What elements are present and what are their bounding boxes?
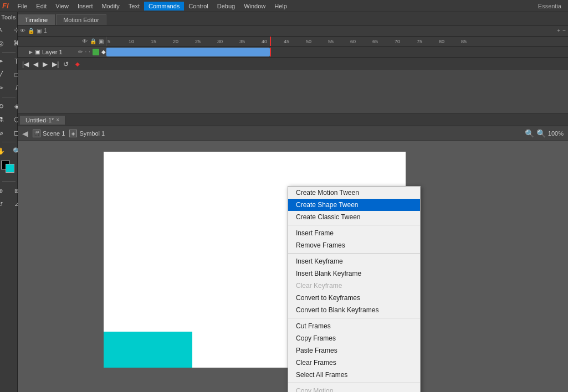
- ctx-separator-3: [288, 318, 420, 318]
- add-keyframe-icon[interactable]: ◆: [75, 61, 80, 67]
- snap-icon[interactable]: ⊕: [0, 184, 8, 197]
- ctx-create-shape-tween[interactable]: Create Shape Tween: [288, 199, 420, 211]
- layer-frames[interactable]: [106, 47, 568, 57]
- step-back-btn[interactable]: ◀: [33, 60, 38, 68]
- context-menu: Create Motion Tween Create Shape Tween C…: [288, 186, 421, 392]
- ctx-clear-keyframe[interactable]: Clear Keyframe: [288, 280, 420, 292]
- ctx-convert-to-keyframes[interactable]: Convert to Keyframes: [288, 292, 420, 304]
- scene-bar: ◀ 🎬 Scene 1 ◈ Symbol 1 🔍 🔍 100%: [18, 126, 568, 141]
- tab-motion-editor[interactable]: Motion Editor: [56, 14, 106, 25]
- tl-add-layer-icon[interactable]: +: [557, 28, 560, 34]
- layer-color-icon: [93, 49, 99, 55]
- menu-help[interactable]: Help: [270, 2, 291, 11]
- extra-tool-1[interactable]: ↺: [0, 198, 8, 210]
- timeline-bottom-controls: |◀ ◀ ▶ ▶| ↺ ◆: [18, 58, 568, 70]
- ctx-insert-frame[interactable]: Insert Frame: [288, 227, 420, 239]
- menu-view[interactable]: View: [51, 2, 73, 11]
- ctx-copy-motion[interactable]: Copy Motion: [288, 385, 420, 392]
- menu-modify[interactable]: Modify: [97, 2, 124, 11]
- tl-eye-icon[interactable]: 👁: [20, 28, 25, 34]
- ruler-left: 👁 🔒 ▣: [18, 37, 106, 46]
- ctx-convert-to-blank-keyframes[interactable]: Convert to Blank Keyframes: [288, 304, 420, 316]
- breadcrumb-symbol[interactable]: ◈ Symbol 1: [69, 130, 105, 137]
- ctx-remove-frames[interactable]: Remove Frames: [288, 239, 420, 251]
- select-tool[interactable]: ↖: [0, 24, 8, 36]
- ruler-lock-icon[interactable]: 🔒: [90, 38, 96, 44]
- step-forward-btn[interactable]: ▶|: [52, 60, 59, 68]
- zoom-in-icon[interactable]: 🔍: [536, 129, 546, 138]
- canvas-area[interactable]: Create Motion Tween Create Shape Tween C…: [18, 141, 568, 392]
- fill-color-box[interactable]: [6, 164, 14, 173]
- play-btn[interactable]: ▶: [43, 60, 48, 68]
- ink-bottle-tool[interactable]: ⚗: [0, 114, 8, 126]
- menu-window[interactable]: Window: [239, 2, 270, 11]
- pen-tool[interactable]: ✒: [0, 55, 8, 68]
- layer-icon: ▣: [35, 49, 40, 55]
- ctx-cut-frames[interactable]: Cut Frames: [288, 320, 420, 332]
- timeline-controls: 👁 🔒 ▣ 1 + −: [18, 25, 568, 37]
- frame-block: [106, 48, 270, 56]
- loop-btn[interactable]: ↺: [63, 60, 69, 68]
- timeline-ruler: 👁 🔒 ▣ 5 10 15 20 25 30 35 40 45 50 55: [18, 37, 568, 47]
- tab-timeline[interactable]: Timeline: [18, 14, 55, 25]
- ctx-create-motion-tween[interactable]: Create Motion Tween: [288, 187, 420, 199]
- ctx-separator-2: [288, 253, 420, 254]
- symbol-label: Symbol 1: [79, 130, 105, 137]
- tools-label: Tools: [2, 14, 16, 20]
- tool-divider-3: [2, 142, 16, 142]
- eyedropper-tool[interactable]: ⌀: [0, 127, 8, 139]
- zoom-out-icon[interactable]: 🔍: [525, 129, 534, 138]
- canvas-shape: [104, 332, 192, 368]
- color-swatch-container: [1, 161, 17, 176]
- ctx-paste-frames[interactable]: Paste Frames: [288, 344, 420, 357]
- ctx-create-classic-tween[interactable]: Create Classic Tween: [288, 211, 420, 223]
- layer-diamond-icon: ◆: [101, 49, 106, 55]
- menu-text[interactable]: Text: [124, 2, 144, 11]
- essential-label: Essentia: [538, 3, 566, 9]
- lasso-tool[interactable]: ◎: [0, 37, 8, 49]
- layer-name[interactable]: Layer 1: [42, 49, 63, 55]
- symbol-icon: ◈: [69, 130, 77, 137]
- tl-delete-layer-icon[interactable]: −: [562, 28, 566, 34]
- ctx-separator-4: [288, 383, 420, 383]
- tl-frame-count: 1: [44, 28, 47, 34]
- tl-frame-icon[interactable]: ▣: [37, 28, 42, 34]
- scene-back-btn[interactable]: ◀: [22, 129, 28, 138]
- menu-bar: Fl File Edit View Insert Modify Text Com…: [0, 0, 568, 12]
- menu-control[interactable]: Control: [184, 2, 212, 11]
- breadcrumb-scene[interactable]: 🎬 Scene 1: [33, 130, 65, 137]
- tl-lock-icon[interactable]: 🔒: [28, 28, 34, 34]
- ruler-box-icon[interactable]: ▣: [99, 38, 104, 44]
- pencil-tool[interactable]: ✏: [0, 82, 8, 94]
- go-first-frame-btn[interactable]: |◀: [22, 60, 29, 68]
- app-logo: Fl: [2, 2, 9, 10]
- doc-tab-close-btn[interactable]: ×: [56, 117, 59, 123]
- layer-expand-icon[interactable]: ▶: [29, 49, 33, 55]
- main-layout: Tools ↖ ⊹ ◎ ⌘ ✒ T ╱ □ ✏ / ⟲ ◈ ⚗ ⬡: [0, 12, 568, 392]
- layer-row: ▶ ▣ Layer 1 ✏ · · ◆: [18, 47, 568, 58]
- ctx-copy-frames[interactable]: Copy Frames: [288, 332, 420, 344]
- line-tool[interactable]: ╱: [0, 69, 8, 81]
- zoom-control: 🔍 🔍 100%: [525, 129, 564, 138]
- ctx-clear-frames[interactable]: Clear Frames: [288, 357, 420, 369]
- menu-edit[interactable]: Edit: [32, 2, 51, 11]
- right-area: Timeline Motion Editor 👁 🔒 ▣ 1 + − 👁 🔒 ▣: [18, 12, 568, 392]
- menu-file[interactable]: File: [13, 2, 32, 11]
- ctx-insert-blank-keyframe[interactable]: Insert Blank Keyframe: [288, 267, 420, 280]
- doc-tab-name: Untitled-1*: [25, 117, 54, 123]
- menu-debug[interactable]: Debug: [213, 2, 239, 11]
- doc-tab[interactable]: Untitled-1* ×: [20, 116, 65, 125]
- ctx-insert-keyframe[interactable]: Insert Keyframe: [288, 255, 420, 267]
- layer-pencil-icon[interactable]: ✏: [78, 49, 83, 55]
- layer-eye-icon[interactable]: ·: [85, 49, 86, 55]
- ruler-eye-icon[interactable]: 👁: [82, 38, 88, 44]
- menu-insert[interactable]: Insert: [73, 2, 98, 11]
- menu-commands[interactable]: Commands: [144, 2, 184, 11]
- free-transform-tool[interactable]: ⟲: [0, 100, 8, 112]
- playhead[interactable]: [270, 37, 271, 47]
- zoom-value[interactable]: 100%: [548, 130, 564, 137]
- ctx-select-all-frames[interactable]: Select All Frames: [288, 369, 420, 381]
- scene-label: Scene 1: [43, 130, 65, 137]
- toolbar: Tools ↖ ⊹ ◎ ⌘ ✒ T ╱ □ ✏ / ⟲ ◈ ⚗ ⬡: [0, 12, 18, 392]
- hand-tool[interactable]: ✋: [0, 145, 8, 157]
